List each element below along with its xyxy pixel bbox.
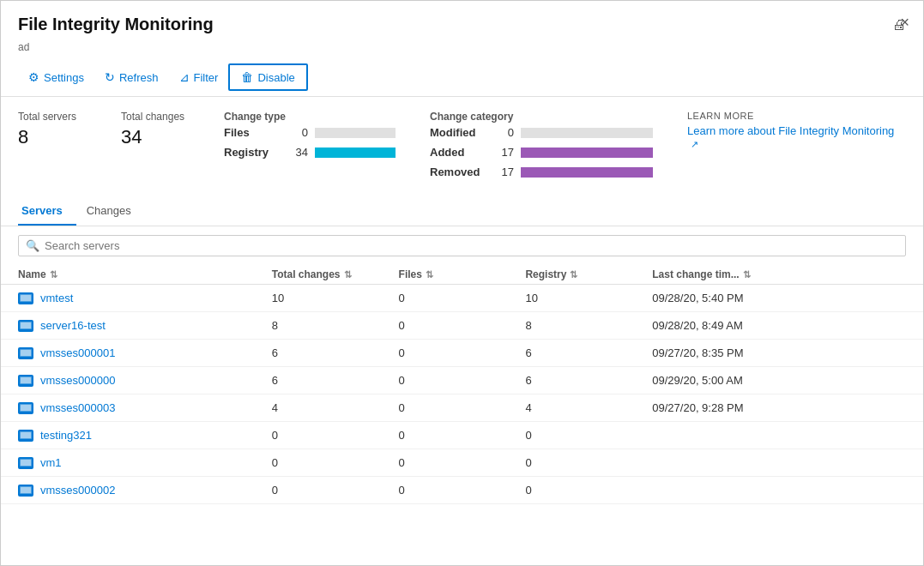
row-name-cell[interactable]: vmtest bbox=[18, 292, 272, 304]
removed-count: 17 bbox=[492, 166, 514, 178]
change-category-title: Change category bbox=[430, 111, 653, 123]
row-total-changes: 0 bbox=[272, 484, 399, 497]
row-name-cell[interactable]: server16-test bbox=[18, 319, 272, 332]
added-change-row: Added 17 bbox=[430, 146, 653, 159]
close-button[interactable]: × bbox=[900, 15, 909, 30]
learn-more-title: LEARN MORE bbox=[687, 111, 906, 121]
total-servers-block: Total servers 8 bbox=[18, 111, 87, 148]
removed-change-row: Removed 17 bbox=[430, 166, 653, 178]
row-name[interactable]: testing321 bbox=[40, 429, 92, 442]
row-name[interactable]: vmsses000003 bbox=[40, 401, 115, 414]
col-name-sort-icon: ⇅ bbox=[50, 269, 57, 280]
row-total-changes: 10 bbox=[272, 292, 399, 304]
toolbar: ⚙ Settings ↻ Refresh ⊿ Filter 🗑 Disable bbox=[1, 58, 923, 97]
table-header: Name ⇅ Total changes ⇅ Files ⇅ Registry … bbox=[1, 265, 923, 285]
settings-button[interactable]: ⚙ Settings bbox=[18, 66, 94, 88]
col-last-change[interactable]: Last change tim... ⇅ bbox=[652, 268, 906, 280]
refresh-button[interactable]: ↻ Refresh bbox=[94, 66, 169, 88]
col-total-changes-label: Total changes bbox=[272, 268, 341, 280]
table-row: vmsses000003 4 0 4 09/27/20, 9:28 PM bbox=[1, 394, 923, 422]
col-name[interactable]: Name ⇅ bbox=[18, 268, 272, 280]
disable-button[interactable]: 🗑 Disable bbox=[231, 66, 305, 88]
removed-bar-fill bbox=[521, 167, 653, 178]
row-name-cell[interactable]: vm1 bbox=[18, 456, 272, 469]
files-bar bbox=[315, 128, 396, 138]
panel-title: File Integrity Monitoring bbox=[18, 15, 882, 34]
row-name[interactable]: vmsses000000 bbox=[40, 374, 115, 387]
row-name-cell[interactable]: vmsses000001 bbox=[18, 346, 272, 359]
total-changes-block: Total changes 34 bbox=[121, 111, 190, 148]
table-row: vmsses000000 6 0 6 09/29/20, 5:00 AM bbox=[1, 367, 923, 394]
row-last-change: 09/27/20, 8:35 PM bbox=[652, 346, 906, 359]
col-registry[interactable]: Registry ⇅ bbox=[525, 268, 652, 280]
registry-bar-fill bbox=[315, 148, 396, 158]
row-registry: 0 bbox=[525, 484, 652, 497]
added-bar-fill bbox=[521, 148, 653, 158]
tab-servers[interactable]: Servers bbox=[18, 197, 76, 226]
row-files: 0 bbox=[399, 346, 526, 359]
registry-count: 34 bbox=[287, 146, 308, 159]
vm-icon bbox=[18, 457, 33, 469]
row-name[interactable]: vmsses000001 bbox=[40, 346, 115, 359]
disable-icon: 🗑 bbox=[241, 70, 253, 84]
modified-bar bbox=[521, 128, 653, 138]
row-name-cell[interactable]: vmsses000002 bbox=[18, 484, 272, 497]
row-files: 0 bbox=[399, 456, 526, 469]
row-total-changes: 0 bbox=[272, 429, 399, 442]
modified-count: 0 bbox=[492, 126, 514, 139]
col-total-changes[interactable]: Total changes ⇅ bbox=[272, 268, 399, 280]
col-files-label: Files bbox=[399, 268, 422, 280]
filter-button[interactable]: ⊿ Filter bbox=[169, 66, 229, 88]
learn-more-block: LEARN MORE Learn more about File Integri… bbox=[687, 111, 906, 150]
row-name[interactable]: server16-test bbox=[40, 319, 106, 332]
row-name-cell[interactable]: vmsses000000 bbox=[18, 374, 272, 387]
col-last-change-label: Last change tim... bbox=[652, 268, 739, 280]
row-files: 0 bbox=[399, 484, 526, 497]
table-row: vmsses000002 0 0 0 bbox=[1, 477, 923, 504]
col-files[interactable]: Files ⇅ bbox=[399, 268, 526, 280]
svg-rect-7 bbox=[21, 377, 31, 383]
search-input[interactable] bbox=[45, 239, 898, 252]
disable-btn-wrapper: 🗑 Disable bbox=[228, 63, 307, 91]
vm-icon bbox=[18, 375, 33, 387]
refresh-icon: ↻ bbox=[105, 70, 115, 84]
row-name[interactable]: vmtest bbox=[40, 292, 73, 304]
refresh-label: Refresh bbox=[119, 71, 159, 84]
svg-rect-15 bbox=[21, 487, 31, 493]
row-name-cell[interactable]: testing321 bbox=[18, 429, 272, 442]
vm-icon bbox=[18, 430, 33, 442]
main-panel: File Integrity Monitoring 🖨 × ad ⚙ Setti… bbox=[0, 0, 924, 566]
row-last-change: 09/27/20, 9:28 PM bbox=[652, 401, 906, 414]
tab-changes[interactable]: Changes bbox=[83, 197, 145, 226]
row-files: 0 bbox=[399, 292, 526, 304]
change-type-block: Change type Files 0 Registry 34 bbox=[224, 111, 396, 166]
total-servers-value: 8 bbox=[18, 126, 87, 148]
added-bar bbox=[521, 148, 653, 158]
added-count: 17 bbox=[492, 146, 514, 159]
row-files: 0 bbox=[399, 374, 526, 387]
table-row: testing321 0 0 0 bbox=[1, 422, 923, 449]
col-total-changes-sort-icon: ⇅ bbox=[344, 269, 352, 280]
col-name-label: Name bbox=[18, 268, 46, 280]
total-servers-label: Total servers bbox=[18, 111, 87, 123]
row-last-change: 09/28/20, 5:40 PM bbox=[652, 292, 906, 304]
vm-icon bbox=[18, 292, 33, 304]
learn-more-link[interactable]: Learn more about File Integrity Monitori… bbox=[687, 124, 894, 137]
row-total-changes: 6 bbox=[272, 346, 399, 359]
files-change-row: Files 0 bbox=[224, 126, 396, 139]
vm-icon bbox=[18, 485, 33, 497]
total-changes-value: 34 bbox=[121, 126, 190, 148]
filter-label: Filter bbox=[194, 71, 219, 84]
row-files: 0 bbox=[399, 401, 526, 414]
row-name[interactable]: vm1 bbox=[40, 456, 62, 469]
files-label: Files bbox=[224, 126, 280, 139]
row-name-cell[interactable]: vmsses000003 bbox=[18, 401, 272, 414]
row-name[interactable]: vmsses000002 bbox=[40, 484, 115, 497]
row-registry: 8 bbox=[525, 319, 652, 332]
row-last-change: 09/28/20, 8:49 AM bbox=[652, 319, 906, 332]
col-registry-label: Registry bbox=[525, 268, 566, 280]
total-changes-label: Total changes bbox=[121, 111, 190, 123]
disable-label: Disable bbox=[257, 71, 294, 84]
row-total-changes: 0 bbox=[272, 456, 399, 469]
table-row: vmsses000001 6 0 6 09/27/20, 8:35 PM bbox=[1, 340, 923, 367]
